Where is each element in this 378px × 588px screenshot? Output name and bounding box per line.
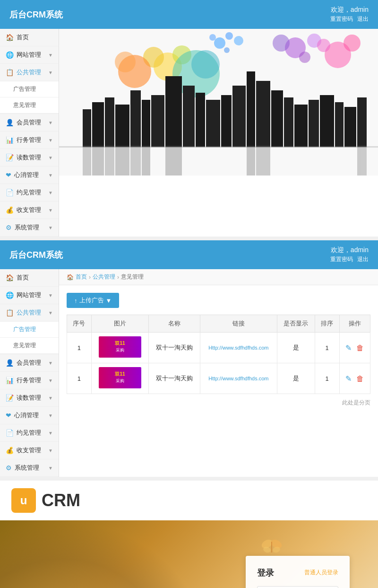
sidebar2-label-invoice: 约见管理: [17, 429, 41, 437]
sidebar-item-system[interactable]: ⚙ 系统管理 ▼: [0, 219, 59, 237]
breadcrumb-sep-1: ›: [89, 274, 91, 281]
sidebar-item-member[interactable]: 👤 会员管理 ▼: [0, 114, 59, 132]
payment-icon: 💰: [6, 206, 14, 214]
order-icon-2: 📝: [6, 394, 14, 402]
ad-mgmt-label-2: 广告管理: [13, 326, 36, 333]
cell-index-2: 1: [67, 363, 92, 394]
svg-rect-33: [247, 71, 255, 147]
header-bar-2: 后台CRM系统 欢迎，admin 重置密码 退出: [0, 240, 378, 269]
sidebar2-label-activity: 行务管理: [17, 376, 41, 385]
ad-table: 序号 图片 名称 链接 是否显示 排序 操作 1: [67, 315, 370, 394]
sidebar2-item-site[interactable]: 🌐 网站管理 ▼: [0, 287, 59, 304]
sidebar2-item-order[interactable]: 📝 读数管理 ▼: [0, 389, 59, 407]
member-icon: 👤: [6, 119, 14, 126]
sidebar2-label-heart: 心消管理: [14, 411, 39, 420]
chevron-down-icon-payment: ▼: [48, 208, 53, 213]
sidebar-item-order[interactable]: 📝 读数管理 ▼: [0, 149, 59, 167]
content-main: ↑ 上传广告 ▼ 序号 图片 名称 链接 是否显示 排序 操: [59, 285, 378, 419]
breadcrumb-home-link[interactable]: 首页: [76, 273, 87, 281]
sidebar2-sub-item-feedback[interactable]: 意见管理: [0, 338, 59, 354]
sidebar-item-payment[interactable]: 💰 收支管理 ▼: [0, 202, 59, 219]
site-icon-2: 🌐: [6, 291, 14, 299]
site-icon: 🌐: [6, 51, 14, 59]
logout-link-2[interactable]: 退出: [357, 256, 369, 263]
sidebar2-item-system[interactable]: ⚙ 系统管理 ▼: [0, 459, 59, 477]
col-link: 链接: [200, 315, 277, 333]
sidebar2-item-public[interactable]: 📋 公共管理 ▼: [0, 304, 59, 322]
table-pagination: 此处是分页: [67, 394, 370, 412]
chevron-down-icon-order: ▼: [48, 155, 53, 160]
sidebar-item-home[interactable]: 🏠 首页: [0, 29, 59, 46]
edit-button-1[interactable]: ✎: [345, 344, 352, 352]
activity-icon-2: 📊: [6, 377, 14, 384]
sidebar2-item-heart[interactable]: ❤ 心消管理 ▼: [0, 407, 59, 424]
cell-sort-2: 1: [315, 363, 339, 394]
delete-button-1[interactable]: 🗑: [356, 344, 364, 352]
dropdown-arrow-icon: ▼: [106, 297, 112, 304]
upload-icon: ↑: [74, 297, 77, 304]
sidebar-item-heart[interactable]: ❤ 心消管理 ▼: [0, 167, 59, 184]
main-layout-1: 🏠 首页 🌐 网站管理 ▼ 📋 公共管理 ▼ 广告管理 意见管: [0, 29, 378, 237]
sidebar2-label-payment: 收支管理: [17, 446, 41, 455]
sidebar2-sub-item-ad[interactable]: 广告管理: [0, 322, 59, 338]
home-icon-2: 🏠: [6, 274, 14, 281]
chevron-order-2: ▼: [48, 395, 53, 401]
sidebar-sub-item-feedback[interactable]: 意见管理: [0, 97, 59, 114]
sidebar-sub-item-ad[interactable]: 广告管理: [0, 81, 59, 97]
payment-icon-2: 💰: [6, 447, 14, 454]
member-icon-2: 👤: [6, 359, 14, 367]
svg-rect-22: [105, 97, 114, 147]
svg-point-1: [214, 37, 225, 49]
sidebar-label-activity: 行务管理: [17, 136, 41, 144]
sidebar2-label-member: 会员管理: [17, 359, 41, 367]
col-name: 名称: [149, 315, 200, 333]
reset-pwd-link-1[interactable]: 重置密码: [330, 16, 353, 22]
sidebar2-label-system: 系统管理: [15, 464, 39, 472]
sidebar-label-system: 系统管理: [15, 223, 39, 232]
sidebar2-item-activity[interactable]: 📊 行务管理 ▼: [0, 372, 59, 389]
sidebar-item-public[interactable]: 📋 公共管理 ▼: [0, 64, 59, 81]
upload-ad-button[interactable]: ↑ 上传广告 ▼: [67, 293, 119, 308]
invoice-icon-2: 📄: [6, 429, 14, 437]
svg-rect-38: [309, 100, 319, 147]
logout-link-1[interactable]: 退出: [357, 16, 369, 22]
svg-rect-53: [357, 145, 367, 176]
register-link[interactable]: 普通人员登录: [304, 569, 338, 577]
breadcrumb-sep-2: ›: [117, 274, 119, 281]
heart-icon: ❤: [6, 171, 11, 179]
sidebar2-item-payment[interactable]: 💰 收支管理 ▼: [0, 442, 59, 459]
sidebar2-item-invoice[interactable]: 📄 约见管理 ▼: [0, 424, 59, 442]
breadcrumb-home-icon: 🏠: [67, 274, 74, 281]
login-box: 登录 普通人员登录 👤 🔒 ऐ\lB 登录: [246, 556, 350, 588]
sidebar-item-site[interactable]: 🌐 网站管理 ▼: [0, 46, 59, 64]
chevron-down-icon-heart: ▼: [48, 173, 53, 178]
sidebar-item-activity[interactable]: 📊 行务管理 ▼: [0, 132, 59, 149]
svg-rect-32: [232, 86, 246, 147]
svg-rect-30: [206, 100, 220, 147]
svg-rect-20: [83, 109, 91, 147]
feedback-mgmt-label: 意见管理: [13, 102, 36, 108]
svg-rect-27: [165, 76, 182, 147]
login-title: 登录: [257, 567, 274, 579]
sidebar-label-public: 公共管理: [17, 68, 41, 77]
svg-rect-52: [256, 145, 270, 176]
edit-button-2[interactable]: ✎: [345, 375, 352, 383]
system-icon: ⚙: [6, 224, 12, 231]
chevron-member-2: ▼: [48, 360, 53, 366]
welcome-text-2: 欢迎，admin: [327, 246, 369, 255]
panel-2: 后台CRM系统 欢迎，admin 重置密码 退出 🏠 首页 🌐 网站管理 ▼ 📋…: [0, 240, 378, 477]
public-icon: 📋: [6, 69, 14, 76]
system-icon-2: ⚙: [6, 464, 12, 472]
delete-button-2[interactable]: 🗑: [356, 375, 364, 383]
sidebar-item-invoice[interactable]: 📄 约见管理 ▼: [0, 184, 59, 202]
svg-rect-21: [92, 102, 104, 147]
cell-link-2: Http://www.sdfhdfhds.com: [200, 363, 277, 394]
sidebar2-item-member[interactable]: 👤 会员管理 ▼: [0, 354, 59, 372]
svg-point-2: [225, 32, 233, 40]
col-sort: 排序: [315, 315, 339, 333]
sidebar-label-order: 读数管理: [17, 153, 41, 162]
sidebar2-item-home[interactable]: 🏠 首页: [0, 269, 59, 287]
breadcrumb-public-link[interactable]: 公共管理: [93, 273, 115, 281]
sidebar2-label-public: 公共管理: [17, 308, 41, 317]
reset-pwd-link-2[interactable]: 重置密码: [330, 256, 353, 263]
